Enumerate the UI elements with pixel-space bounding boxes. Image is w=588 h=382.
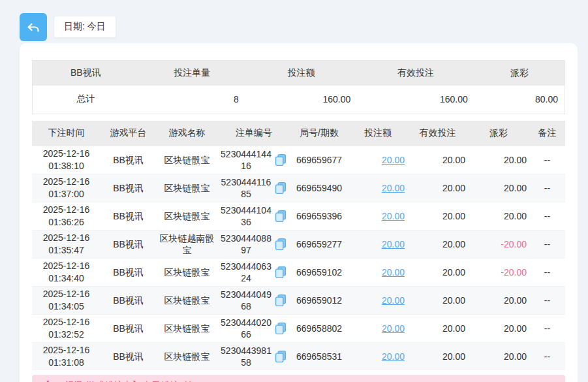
payout-cell: 20.00 [468, 174, 529, 202]
bet-time: 01:32:52 [35, 328, 98, 341]
table-row: 2025-12-16 01:37:00 BB视讯 区块链骰宝 523044411… [32, 174, 565, 202]
summary-header-valid-bet: 有效投注 [357, 61, 474, 86]
round-number-cell: 669659677 [290, 146, 348, 174]
game-platform-cell: BB视讯 [101, 286, 156, 314]
game-name-cell: 区块链骰宝 [156, 342, 218, 370]
bet-amount-link[interactable]: 20.00 [382, 267, 405, 278]
table-row: 2025-12-16 01:31:08 BB视讯 区块链骰宝 523044398… [32, 342, 565, 370]
bet-time-cell: 2025-12-16 01:36:26 [32, 202, 101, 230]
table-row: 2025-12-16 01:32:52 BB视讯 区块链骰宝 523044402… [32, 314, 565, 342]
summary-header-bet-amount: 投注额 [245, 61, 357, 86]
bet-time: 01:35:47 [35, 244, 98, 257]
bet-amount-link[interactable]: 20.00 [382, 323, 405, 334]
game-platform-cell: BB视讯 [101, 146, 156, 174]
payout-cell: 20.00 [468, 202, 529, 230]
bet-time: 01:34:05 [35, 300, 98, 313]
copy-icon[interactable] [274, 350, 287, 363]
bet-amount-link[interactable]: 20.00 [382, 351, 405, 362]
bet-time: 01:37:00 [35, 188, 98, 200]
summary-total-count: 8 [139, 86, 245, 114]
valid-bet-cell: 20.00 [407, 286, 468, 314]
copy-icon[interactable] [274, 210, 287, 223]
bet-date: 2025-12-16 [35, 288, 98, 300]
order-number-cell: 523044404968 [218, 286, 290, 314]
order-number: 523044410436 [221, 204, 271, 228]
game-platform-cell: BB视讯 [101, 230, 156, 258]
bet-date: 2025-12-16 [35, 148, 98, 160]
game-name-cell: 区块链骰宝 [156, 174, 218, 202]
order-number: 523044411685 [221, 176, 271, 200]
copy-icon[interactable] [274, 294, 287, 307]
round-number-cell: 669659396 [290, 202, 348, 230]
table-row: 2025-12-16 01:36:26 BB视讯 区块链骰宝 523044410… [32, 202, 565, 230]
bet-date: 2025-12-16 [35, 176, 98, 188]
payout-cell: 20.00 [468, 342, 529, 370]
round-number-cell: 669658802 [290, 314, 348, 342]
valid-bet-cell: 20.00 [407, 342, 468, 370]
game-name-cell: 区块链骰宝 [156, 202, 218, 230]
header-payout: 派彩 [468, 121, 529, 146]
order-number-cell: 523044406324 [218, 258, 290, 286]
bet-time-cell: 2025-12-16 01:31:08 [32, 342, 101, 370]
header-note: 备注 [529, 121, 565, 146]
back-button[interactable] [20, 13, 47, 41]
payout-cell: 20.00 [468, 146, 529, 174]
note-cell: -- [529, 146, 565, 174]
copy-icon[interactable] [274, 266, 287, 279]
bet-time: 01:36:26 [35, 216, 98, 229]
summary-header-bet-count: 投注单量 [139, 61, 245, 86]
note-cell: -- [529, 174, 565, 202]
copy-icon[interactable] [274, 182, 287, 195]
back-arrow-icon [25, 20, 41, 35]
bet-date: 2025-12-16 [35, 204, 98, 216]
date-filter-label: 日期: 今日 [64, 21, 106, 33]
round-number-cell: 669659012 [290, 286, 348, 314]
note-cell: -- [529, 314, 565, 342]
header-order-number: 注单编号 [218, 121, 290, 146]
bet-amount-link[interactable]: 20.00 [382, 211, 405, 221]
round-number-cell: 669659490 [290, 174, 348, 202]
date-filter[interactable]: 日期: 今日 [54, 16, 116, 38]
maintenance-time-link[interactable]: 查看维护时间 [142, 380, 197, 382]
game-name-cell: 区块链骰宝 [156, 258, 218, 286]
order-number: 523044402066 [221, 317, 271, 340]
bet-date: 2025-12-16 [35, 344, 98, 357]
note-cell: -- [529, 258, 565, 286]
summary-total-bet: 160.00 [245, 86, 357, 114]
game-name-cell: 区块链骰宝 [156, 286, 218, 314]
summary-total-row: 总计 8 160.00 160.00 80.00 [33, 86, 565, 114]
bet-amount-link[interactable]: 20.00 [382, 295, 405, 306]
bet-time-cell: 2025-12-16 01:37:00 [32, 174, 101, 202]
note-cell: -- [529, 342, 565, 370]
payout-cell: 20.00 [468, 286, 529, 314]
copy-icon[interactable] [274, 153, 287, 167]
summary-header-payout: 派彩 [474, 61, 565, 86]
copy-icon[interactable] [274, 238, 287, 251]
game-name-cell: 区块链越南骰宝 [156, 230, 218, 258]
table-row: 2025-12-16 01:35:47 BB视讯 区块链越南骰宝 5230444… [32, 230, 565, 258]
order-number-cell: 523044410436 [218, 202, 290, 230]
header-bet-time: 下注时间 [32, 121, 101, 146]
bet-time-cell: 2025-12-16 01:34:40 [32, 258, 101, 286]
report-card: BB视讯 投注单量 投注额 有效投注 派彩 总计 8 160.00 160.00… [20, 43, 578, 382]
order-number-cell: 523044408897 [218, 230, 290, 258]
table-row: 2025-12-16 01:34:40 BB视讯 区块链骰宝 523044406… [32, 258, 565, 286]
copy-icon[interactable] [274, 322, 287, 335]
bet-date: 2025-12-16 [35, 232, 98, 244]
game-platform-cell: BB视讯 [101, 314, 156, 342]
valid-bet-cell: 20.00 [407, 230, 468, 258]
bet-amount-link[interactable]: 20.00 [382, 183, 405, 193]
bet-time: 01:31:08 [35, 357, 98, 369]
header-bet-amount: 投注额 [348, 121, 407, 146]
bet-amount-link[interactable]: 20.00 [382, 239, 405, 249]
valid-bet-cell: 20.00 [407, 258, 468, 286]
game-name-cell: 区块链骰宝 [156, 314, 218, 342]
header-valid-bet: 有效投注 [407, 121, 468, 146]
summary-total-label: 总计 [33, 86, 139, 114]
game-platform-cell: BB视讯 [101, 174, 156, 202]
payout-cell: -20.00 [468, 258, 529, 286]
bet-time: 01:38:10 [35, 160, 98, 172]
order-number-cell: 523044398158 [218, 342, 290, 370]
bet-amount-link[interactable]: 20.00 [382, 155, 405, 165]
bet-date: 2025-12-16 [35, 316, 98, 328]
